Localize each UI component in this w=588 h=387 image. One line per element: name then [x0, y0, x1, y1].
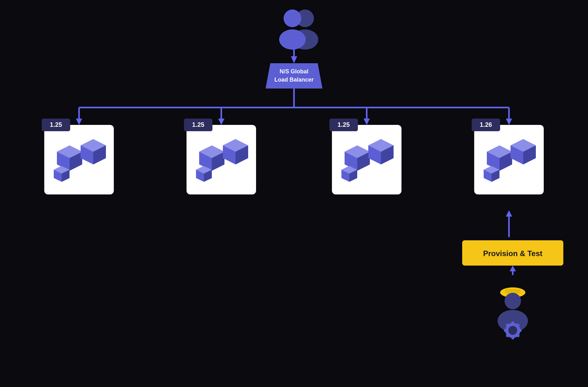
svg-rect-80 [511, 322, 514, 325]
svg-rect-82 [504, 329, 507, 332]
svg-marker-68 [506, 210, 512, 217]
worker-icon [498, 287, 528, 343]
svg-marker-6 [266, 63, 322, 89]
svg-marker-12 [76, 119, 82, 125]
load-balancer: N/S Global Load Balancer [266, 63, 322, 89]
svg-marker-72 [510, 266, 516, 271]
svg-text:1.25: 1.25 [338, 121, 350, 128]
svg-text:Load Balancer: Load Balancer [274, 77, 314, 83]
provision-test-button[interactable]: Provision & Test [462, 240, 563, 266]
svg-point-2 [284, 9, 301, 27]
svg-marker-14 [218, 119, 224, 125]
node-card-2: 1.25 [184, 119, 256, 194]
node-card-3: 1.25 [329, 119, 401, 194]
svg-rect-75 [505, 289, 521, 293]
svg-point-3 [279, 29, 306, 50]
diagram-container: N/S Global Load Balancer 1.25 [0, 0, 588, 387]
svg-text:1.25: 1.25 [50, 121, 62, 128]
svg-point-79 [508, 326, 517, 335]
svg-point-76 [505, 293, 521, 309]
node-card-1: 1.25 [42, 119, 114, 194]
node-card-4: 1.26 [472, 119, 544, 194]
svg-marker-5 [291, 56, 297, 63]
svg-rect-83 [518, 329, 522, 332]
svg-text:N/S Global: N/S Global [279, 68, 308, 75]
svg-rect-81 [511, 336, 514, 339]
svg-marker-16 [364, 119, 370, 125]
users-icon [279, 9, 318, 50]
svg-marker-18 [506, 119, 512, 125]
svg-text:1.26: 1.26 [480, 121, 492, 128]
svg-text:Provision & Test: Provision & Test [483, 249, 542, 258]
svg-text:1.25: 1.25 [192, 121, 205, 128]
diagram-svg: N/S Global Load Balancer 1.25 [0, 0, 588, 387]
